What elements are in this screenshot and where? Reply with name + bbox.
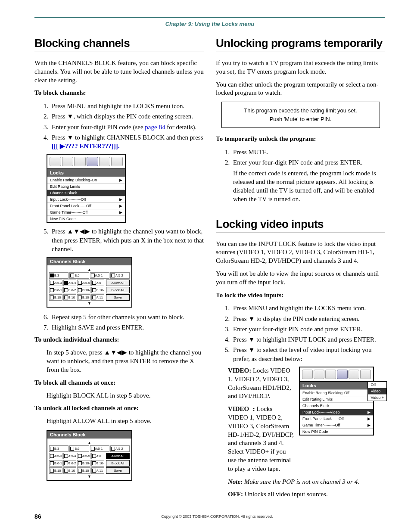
step: Press ▼ to select the level of video inp… <box>231 345 385 363</box>
up-arrow-icon: ▲ <box>49 268 130 271</box>
step: Press MUTE. <box>231 148 385 156</box>
menu-row: Front Panel Lock········Off▶ <box>47 202 125 209</box>
cb-button: Save <box>106 467 130 474</box>
menu-row: Channels Block <box>300 402 373 409</box>
channel-cell: A:11 <box>91 294 105 301</box>
channel-cell: B:10-3 <box>49 467 62 474</box>
channel-cell: B:5 <box>69 272 89 279</box>
menu-row: Edit Rating Limits <box>47 183 125 190</box>
cb-button: Save <box>106 294 130 301</box>
step: Press ▼ to highlight INPUT LOCK and pres… <box>231 335 385 344</box>
off-desc: OFF: Unlocks all video input sources. <box>216 490 385 499</box>
down-arrow-icon: ▼ <box>248 346 255 353</box>
right-column: Unlocking programs temporarily If you tr… <box>216 37 385 503</box>
subhead-temp-unlock: To temporarily unlock the program: <box>216 135 385 143</box>
channel-cell: A:5-3 <box>49 280 62 286</box>
footer: 86 Copyright © 2003 TOSHIBA CORPORATION.… <box>34 513 385 520</box>
down-arrow-icon: ▼ <box>49 475 130 478</box>
cb-row: B:6-1B:6-2B:10-1B:10-2Block All <box>49 460 130 467</box>
menu-row: Edit Rating Limits <box>300 396 373 402</box>
channel-cell: B:10-3 <box>49 294 62 301</box>
paragraph: If you try to watch a TV program that ex… <box>216 59 385 76</box>
menu-row: Front Panel Lock········Off▶ <box>300 415 373 422</box>
cb-button: Block All <box>106 460 130 467</box>
menu-row: Game Timer·············Off▶ <box>300 422 373 428</box>
menu-tab-icon <box>99 157 111 166</box>
channels-block-figure: Channels Block ▲ B:3B:5A:5-1A:5-2A:5-3A:… <box>47 257 132 308</box>
unlock-individual-text: In step 5 above, press ▲▼◀▶ to highlight… <box>34 348 204 374</box>
channel-cell: A:5-5 <box>77 280 90 286</box>
arrow-keys-icon: ▲▼◀▶ <box>67 227 90 235</box>
step: Press ▼ to highlight CHANNELS BLOCK and … <box>50 133 204 151</box>
unlock-all-text: Highlight ALLOW ALL in step 5 above. <box>34 417 204 426</box>
channel-cell: A:5-3 <box>49 453 62 459</box>
subhead-lock-inputs: To lock the video inputs: <box>216 291 385 300</box>
popup-option: Video <box>368 388 386 395</box>
down-arrow-icon: ▼ <box>49 302 130 305</box>
menu-row: New PIN Code <box>47 215 125 222</box>
cb-button: Allow All <box>106 280 130 286</box>
menu-row: Input Lock···········Video▶ <box>300 409 373 415</box>
menu-tab-icon <box>314 370 324 379</box>
rule <box>34 52 204 52</box>
temp-unlock-steps: Press MUTE. Enter your four-digit PIN co… <box>216 148 385 204</box>
rule <box>216 233 385 233</box>
page-number: 86 <box>34 513 41 520</box>
step: Enter your four-digit PIN code and press… <box>231 325 385 333</box>
cb-row: B:10-3B:10-4B:10-5A:11Save <box>49 467 130 474</box>
step-detail: If the correct code is entered, the prog… <box>233 169 385 203</box>
channel-cell: B:10-2 <box>91 287 105 293</box>
channel-cell: A:5-4 <box>63 453 77 459</box>
videoplus-desc: VIDEO+: Locks VIDEO 1, VIDEO 2, VIDEO 3,… <box>216 405 294 473</box>
step: Enter your four-digit PIN code and press… <box>231 158 385 203</box>
up-arrow-icon: ▲ <box>49 441 130 445</box>
menu-tab-icon <box>337 370 348 379</box>
paragraph: You can use the INPUT LOCK feature to lo… <box>216 240 385 265</box>
chapter-title: Chapter 9: Using the Locks menu <box>34 21 385 27</box>
menu-tab-icon <box>74 157 86 166</box>
channel-cell: A:5-5 <box>77 453 90 459</box>
channel-cell: A:5-2 <box>110 445 130 452</box>
paragraph: You will not be able to view the input s… <box>216 270 385 287</box>
channel-cell: A:6 <box>91 280 105 286</box>
cb-title: Channels Block <box>47 431 131 439</box>
input-lock-popup: OffVideoVideo + <box>367 381 387 401</box>
rule <box>216 52 385 52</box>
step: Press ▼ to display the PIN code entering… <box>231 314 385 323</box>
menu-row: New PIN Code <box>300 428 373 435</box>
page-link[interactable]: page 84 <box>145 124 165 131</box>
block-steps-cont: Press ▲▼◀▶ to highlight the channel you … <box>34 227 204 253</box>
down-arrow-icon: ▼ <box>248 315 255 322</box>
channel-cell: B:10-1 <box>77 460 90 467</box>
channel-cell: B:10-1 <box>77 287 90 293</box>
heading-locking-inputs: Locking video inputs <box>216 218 385 231</box>
header-rule <box>34 17 385 18</box>
channel-cell: B:10-5 <box>77 467 90 474</box>
channel-cell: B:10-5 <box>77 294 90 301</box>
step: Press ▲▼◀▶ to highlight the channel you … <box>50 227 204 253</box>
channel-cell: B:6-1 <box>49 460 62 467</box>
cb-row: B:6-1B:6-2B:10-1B:10-2Block All <box>49 287 130 293</box>
msg-line: Push 'Mute' to enter PIN. <box>230 115 372 124</box>
subhead-to-block: To block channels: <box>34 89 204 97</box>
channel-cell: A:6 <box>91 453 105 459</box>
step: Press ▼, which displays the PIN code ent… <box>50 112 204 121</box>
menu-tab-icon <box>87 157 98 166</box>
channel-cell: B:10-4 <box>63 294 77 301</box>
channel-cell: A:5-2 <box>110 272 130 279</box>
cb-row: B:3B:5A:5-1A:5-2 <box>49 272 130 279</box>
menu-title: Locks <box>300 382 373 389</box>
down-arrow-icon: ▼ <box>67 134 73 141</box>
block-steps-cont2: Repeat step 5 for other channels you wan… <box>34 313 204 332</box>
step: Press MENU and highlight the LOCKS menu … <box>231 304 385 312</box>
menu-title: Locks <box>47 169 125 177</box>
channel-cell: A:5-4 <box>63 280 77 286</box>
cb-row: B:3B:5A:5-1A:5-2 <box>49 445 130 452</box>
channel-cell: B:6-1 <box>49 287 62 293</box>
menu-row: Input Lock···············Off▶ <box>47 196 125 202</box>
menu-row: Enable Rating Blocking··On▶ <box>47 177 125 183</box>
step: Enter your four-digit PIN code (see page… <box>50 123 204 131</box>
note-text: Note: Make sure the POP is not on channe… <box>216 478 385 486</box>
channels-block-figure-2: Channels Block ▲ B:3B:5A:5-1A:5-2A:5-3A:… <box>47 430 132 481</box>
video-desc: VIDEO: Locks VIDEO 1, VIDEO 2, VIDEO 3, … <box>216 367 294 401</box>
